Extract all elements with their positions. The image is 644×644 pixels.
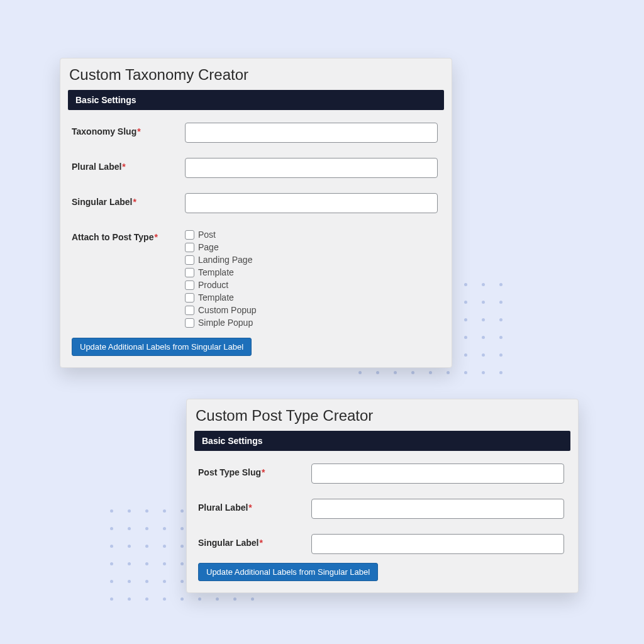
attach-option-template[interactable]: Template [185,266,257,279]
posttype-plural-input[interactable] [311,499,564,519]
taxonomy-slug-input[interactable] [185,123,438,143]
posttype-form: Post Type Slug* Plural Label* Singular L… [194,451,570,584]
required-asterisk: * [262,467,265,477]
posttype-section-header: Basic Settings [194,431,570,451]
checkbox-icon[interactable] [185,306,194,315]
attach-option-simple-popup[interactable]: Simple Popup [185,316,257,329]
checkbox-icon[interactable] [185,243,194,252]
taxonomy-creator-card: Custom Taxonomy Creator Basic Settings T… [60,58,452,368]
taxonomy-attach-row: Attach to Post Type* Post Page Landing P… [72,228,438,329]
checkbox-icon[interactable] [185,318,194,328]
taxonomy-singular-input[interactable] [185,193,438,213]
required-asterisk: * [133,197,136,207]
posttype-card-title: Custom Post Type Creator [196,407,570,425]
required-asterisk: * [259,538,262,548]
attach-option-page[interactable]: Page [185,241,257,253]
posttype-slug-label: Post Type Slug* [198,464,311,477]
required-asterisk: * [154,232,157,242]
required-asterisk: * [248,502,252,513]
taxonomy-section-header: Basic Settings [68,90,444,110]
attach-option-product[interactable]: Product [185,279,257,291]
taxonomy-slug-label: Taxonomy Slug* [72,123,185,136]
attach-option-landing-page[interactable]: Landing Page [185,253,257,266]
taxonomy-slug-row: Taxonomy Slug* [72,123,438,143]
posttype-update-labels-button[interactable]: Update Additional Labels from Singular L… [198,563,378,581]
taxonomy-plural-row: Plural Label* [72,158,438,178]
taxonomy-plural-input[interactable] [185,158,438,178]
checkbox-icon[interactable] [185,255,194,265]
checkbox-icon[interactable] [185,268,194,277]
post-type-creator-card: Custom Post Type Creator Basic Settings … [186,399,579,593]
posttype-slug-input[interactable] [311,464,564,484]
required-asterisk: * [137,126,140,136]
attach-post-type-list: Post Page Landing Page Template Product … [185,228,257,329]
posttype-singular-row: Singular Label* [198,534,564,554]
taxonomy-singular-row: Singular Label* [72,193,438,213]
posttype-slug-row: Post Type Slug* [198,464,564,484]
taxonomy-update-labels-button[interactable]: Update Additional Labels from Singular L… [72,338,252,356]
checkbox-icon[interactable] [185,280,194,290]
posttype-plural-label: Plural Label* [198,499,311,513]
attach-option-post[interactable]: Post [185,228,257,241]
attach-option-custom-popup[interactable]: Custom Popup [185,304,257,316]
posttype-plural-row: Plural Label* [198,499,564,519]
checkbox-icon[interactable] [185,293,194,303]
posttype-singular-input[interactable] [311,534,564,554]
attach-option-template-2[interactable]: Template [185,291,257,304]
taxonomy-card-title: Custom Taxonomy Creator [69,66,444,84]
checkbox-icon[interactable] [185,230,194,240]
taxonomy-attach-label: Attach to Post Type* [72,228,185,242]
taxonomy-singular-label: Singular Label* [72,193,185,207]
taxonomy-plural-label: Plural Label* [72,158,185,172]
taxonomy-form: Taxonomy Slug* Plural Label* Singular La… [68,110,444,358]
posttype-singular-label: Singular Label* [198,534,311,548]
required-asterisk: * [122,162,125,172]
